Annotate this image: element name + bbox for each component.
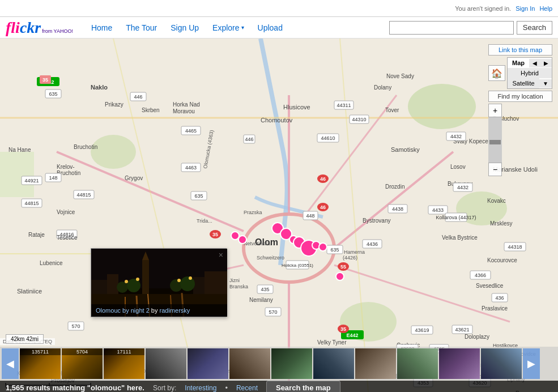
svg-text:44310: 44310 bbox=[352, 117, 366, 122]
svg-text:Losov: Losov bbox=[450, 164, 466, 170]
find-location-button[interactable]: Find my location bbox=[488, 91, 552, 102]
search-button[interactable]: Search bbox=[517, 21, 552, 35]
popup-photo-title-link[interactable]: Olomouc by night 2 bbox=[96, 307, 150, 314]
svg-text:448: 448 bbox=[306, 213, 314, 219]
strip-photo-6[interactable] bbox=[229, 348, 270, 379]
results-text: 1,565 results matching "olomouc" here. bbox=[6, 384, 144, 392]
link-to-map-button[interactable]: Link to this map bbox=[488, 44, 552, 56]
strip-photo-10[interactable] bbox=[397, 348, 438, 379]
svg-text:Holicka (03551): Holicka (03551) bbox=[282, 263, 313, 268]
sign-in-link[interactable]: Sign In bbox=[516, 5, 535, 12]
svg-text:4436: 4436 bbox=[367, 241, 378, 247]
popup-photo-author-link[interactable]: radimersky bbox=[160, 307, 190, 314]
strip-photo-9[interactable] bbox=[355, 348, 396, 379]
strip-photo-5[interactable] bbox=[188, 348, 228, 379]
sort-by-label: Sort by: bbox=[153, 384, 176, 392]
map-type-row: Map ◀ ▶ bbox=[508, 58, 552, 68]
strip-photo-1[interactable]: 135711 bbox=[20, 348, 61, 379]
svg-text:Tesetice: Tesetice bbox=[57, 235, 78, 241]
search-input[interactable] bbox=[389, 21, 514, 35]
svg-text:Praslavice: Praslavice bbox=[482, 305, 508, 312]
map-pin-6[interactable] bbox=[318, 242, 327, 252]
svg-text:Bystrovany: Bystrovany bbox=[363, 218, 390, 224]
svg-text:46: 46 bbox=[320, 204, 326, 210]
map-pin-8[interactable] bbox=[238, 235, 247, 244]
svg-text:570: 570 bbox=[71, 323, 80, 329]
map-nav-prev[interactable]: ◀ bbox=[529, 59, 540, 67]
sort-interesting-link[interactable]: Interesting bbox=[185, 384, 216, 392]
strip-photo-2[interactable]: 5704 bbox=[62, 348, 103, 379]
svg-text:35: 35 bbox=[212, 232, 218, 237]
explore-dropdown-arrow: ▾ bbox=[241, 17, 244, 39]
strip-photo-3[interactable]: 17111 bbox=[104, 348, 144, 379]
map-nav-next[interactable]: ▶ bbox=[540, 59, 552, 67]
zoom-out-button[interactable]: − bbox=[488, 163, 502, 176]
svg-text:Hlusicove: Hlusicove bbox=[283, 104, 310, 110]
map-container[interactable]: E442 635 35 446 4465 4463 46 46 448 446 … bbox=[0, 39, 558, 392]
strip-photo-8[interactable] bbox=[313, 348, 354, 379]
svg-text:4432: 4432 bbox=[457, 185, 468, 190]
svg-text:Prikazy: Prikazy bbox=[105, 101, 123, 108]
svg-text:Svesedlice: Svesedlice bbox=[476, 283, 504, 289]
svg-text:4433: 4433 bbox=[432, 207, 444, 213]
nav-links: Home The Tour Sign Up Explore ▾ Upload bbox=[84, 17, 289, 39]
search-map-button[interactable]: Search the map bbox=[266, 381, 340, 392]
strip-photo-4[interactable] bbox=[146, 348, 186, 379]
strip-photo-7[interactable] bbox=[271, 348, 312, 379]
popup-close-button[interactable]: × bbox=[219, 250, 223, 259]
map-pin-9[interactable] bbox=[335, 272, 344, 281]
zoom-controls: + − bbox=[488, 104, 552, 176]
svg-text:Jizni: Jizni bbox=[229, 278, 240, 283]
zoom-track[interactable] bbox=[488, 117, 502, 163]
svg-text:4463: 4463 bbox=[185, 165, 197, 171]
svg-text:55: 55 bbox=[340, 264, 346, 270]
svg-text:446: 446 bbox=[134, 94, 142, 100]
svg-text:E442: E442 bbox=[346, 333, 358, 338]
header-right: You aren't signed in. Sign In Help bbox=[455, 5, 552, 12]
svg-text:Drozdin: Drozdin bbox=[385, 184, 404, 190]
not-signed-in-text: You aren't signed in. bbox=[455, 5, 511, 12]
svg-text:Bruchotin: Bruchotin bbox=[74, 144, 97, 150]
strip-photo-12[interactable] bbox=[481, 348, 522, 379]
svg-text:Kocourovce: Kocourovce bbox=[487, 257, 517, 263]
explore-nav-link[interactable]: Explore ▾ bbox=[206, 17, 250, 39]
svg-text:Chomoutov: Chomoutov bbox=[261, 117, 293, 123]
svg-text:Dolany: Dolany bbox=[374, 84, 391, 91]
svg-text:Kollarova (44317): Kollarova (44317) bbox=[436, 215, 476, 220]
satellite-nav[interactable]: ▼ bbox=[539, 79, 552, 88]
svg-text:Netvotinska: Netvotinska bbox=[244, 241, 270, 246]
svg-text:Hamerna: Hamerna bbox=[344, 249, 365, 255]
svg-text:Branska: Branska bbox=[229, 284, 248, 289]
sort-recent-link[interactable]: Recent bbox=[236, 384, 258, 392]
svg-text:Nove Sady: Nove Sady bbox=[386, 73, 414, 79]
map-type-satellite-button[interactable]: Satellite bbox=[508, 78, 539, 88]
help-link[interactable]: Help bbox=[539, 5, 552, 12]
strip-next-button[interactable]: ▶ bbox=[523, 348, 540, 379]
sign-up-nav-link[interactable]: Sign Up bbox=[164, 17, 206, 39]
the-tour-nav-link[interactable]: The Tour bbox=[119, 17, 164, 39]
svg-text:35: 35 bbox=[340, 326, 346, 332]
zoom-in-button[interactable]: + bbox=[488, 104, 502, 117]
svg-text:44311: 44311 bbox=[336, 103, 351, 108]
svg-text:Kovakc: Kovakc bbox=[487, 198, 506, 204]
svg-text:(4426): (4426) bbox=[343, 255, 357, 261]
map-type-map-button[interactable]: Map bbox=[508, 58, 529, 68]
svg-point-208 bbox=[125, 280, 128, 283]
map-type-hybrid-button[interactable]: Hybrid bbox=[508, 68, 552, 78]
map-home-button[interactable]: 🏠 bbox=[488, 65, 505, 81]
svg-text:44815: 44815 bbox=[76, 192, 91, 198]
strip-prev-button[interactable]: ◀ bbox=[2, 348, 19, 379]
svg-text:Skrben: Skrben bbox=[142, 107, 160, 113]
svg-text:Samotisky: Samotisky bbox=[391, 146, 420, 153]
photo-strip: ◀ 135711 5704 17111 ▶ bbox=[0, 347, 558, 381]
home-nav-link[interactable]: Home bbox=[84, 17, 119, 39]
svg-text:Mrsklesy: Mrsklesy bbox=[490, 220, 512, 227]
upload-nav-link[interactable]: Upload bbox=[251, 17, 289, 39]
svg-text:Trida...: Trida... bbox=[197, 218, 212, 224]
svg-text:44815: 44815 bbox=[24, 201, 39, 206]
svg-point-209 bbox=[136, 278, 139, 281]
svg-text:44610: 44610 bbox=[321, 135, 335, 141]
zoom-thumb[interactable] bbox=[489, 140, 501, 144]
strip-photo-11[interactable] bbox=[439, 348, 480, 379]
map-background: E442 635 35 446 4465 4463 46 46 448 446 … bbox=[0, 39, 558, 392]
